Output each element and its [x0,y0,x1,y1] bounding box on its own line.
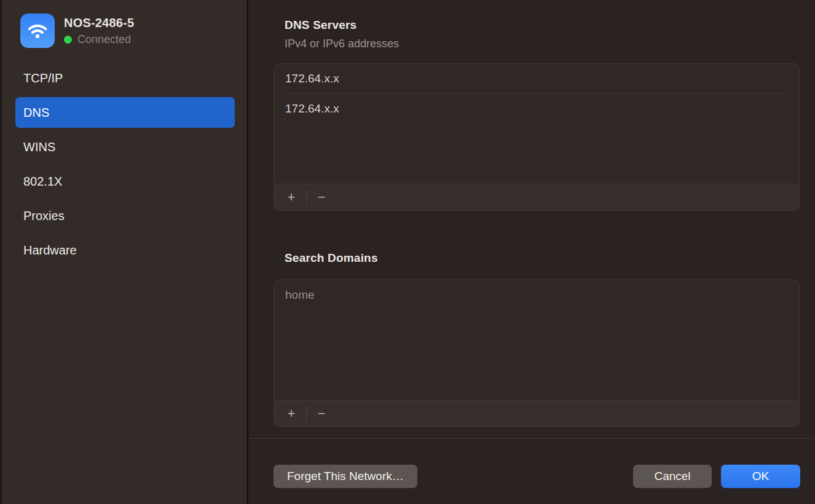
network-name: NOS-2486-5 [64,16,134,30]
search-domains-listbox: home + − [274,280,800,427]
main-panel: DNS Servers IPv4 or IPv6 addresses 172.6… [248,0,815,504]
network-meta: NOS-2486-5 Connected [64,16,134,46]
network-details-sheet: NOS-2486-5 Connected TCP/IP DNS WINS 802… [0,0,815,504]
dns-servers-subtitle: IPv4 or IPv6 addresses [285,37,399,50]
dns-server-entry[interactable]: 172.64.x.x [274,64,799,93]
sidebar-item-8021x[interactable]: 802.1X [15,166,235,197]
footer-separator [306,406,307,421]
search-add-button[interactable]: + [280,404,302,423]
sidebar-item-dns[interactable]: DNS [15,97,235,128]
dns-listbox-footer: + − [274,184,799,210]
forget-network-button[interactable]: Forget This Network… [274,465,417,488]
network-header: NOS-2486-5 Connected [2,0,247,48]
cancel-button[interactable]: Cancel [633,465,712,488]
sidebar-item-tcpip[interactable]: TCP/IP [15,63,235,93]
connected-status-label: Connected [77,33,131,46]
search-remove-button[interactable]: − [310,404,333,423]
sidebar-item-hardware[interactable]: Hardware [15,235,235,266]
connected-status-dot-icon [64,36,72,44]
dns-servers-listbox: 172.64.x.x 172.64.x.x + − [274,63,800,211]
search-domains-title: Search Domains [285,251,378,265]
sidebar-item-wins[interactable]: WINS [15,132,235,162]
search-listbox-footer: + − [274,400,799,427]
network-status: Connected [64,33,134,46]
footer-separator [306,190,307,205]
wifi-icon [20,14,55,48]
footer-bar: Forget This Network… Cancel OK [248,465,815,489]
dns-server-entry[interactable]: 172.64.x.x [274,94,799,124]
dns-remove-button[interactable]: − [310,188,333,207]
sidebar-nav: TCP/IP DNS WINS 802.1X Proxies Hardware [2,63,247,266]
sidebar: NOS-2486-5 Connected TCP/IP DNS WINS 802… [0,0,248,504]
dns-add-button[interactable]: + [280,188,302,207]
sidebar-item-proxies[interactable]: Proxies [15,200,235,231]
search-domain-entry[interactable]: home [274,280,799,310]
ok-button[interactable]: OK [721,465,800,488]
dns-servers-title: DNS Servers [285,18,356,32]
footer-divider [248,438,815,439]
